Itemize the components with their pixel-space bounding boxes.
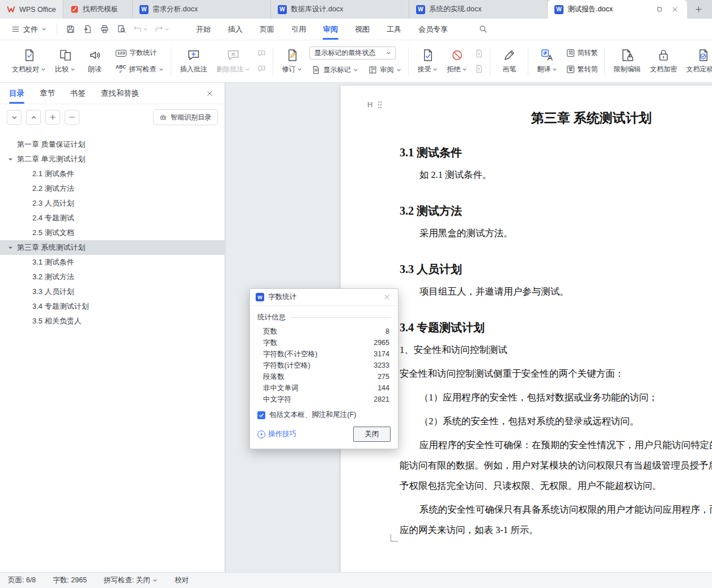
dialog-title-bar[interactable]: 字数统计 [250, 289, 398, 306]
docer-template-tab[interactable]: 找稻壳模板 [63, 0, 133, 19]
stat-row: 段落数275 [257, 371, 391, 382]
tips-link[interactable]: 操作技巧 [257, 429, 296, 439]
track-changes-button[interactable]: 修订 [278, 46, 306, 77]
panel-tab-bookmarks[interactable]: 书签 [70, 83, 86, 104]
chevron-down-icon [245, 67, 250, 72]
chevron-down-icon [41, 27, 46, 32]
simplified-to-traditional-button[interactable]: 简 简转繁 [565, 47, 600, 59]
dialog-close-button[interactable]: 关闭 [353, 427, 391, 442]
traditional-to-simplified-button[interactable]: 繁 繁转简 [565, 63, 600, 75]
panel-tab-chapters[interactable]: 章节 [40, 83, 55, 104]
encrypt-document-button[interactable]: 文档加密 [646, 46, 681, 77]
finalize-document-button[interactable]: 文档定稿 [682, 46, 712, 77]
doc-tab-requirements[interactable]: 需求分析.docx [133, 0, 271, 19]
toc-item[interactable]: 3.5 相关负责人 [0, 314, 224, 329]
tab-list-button[interactable] [710, 4, 712, 15]
tab-label: 系统的实现.docx [429, 5, 481, 14]
previous-change-button[interactable] [472, 48, 485, 59]
toc-item[interactable]: 2.2 测试方法 [0, 181, 224, 196]
close-tab-icon[interactable] [669, 4, 680, 15]
delete-comment-button[interactable]: 删除批注 [212, 46, 254, 77]
zoom-in-outline-button[interactable] [45, 110, 60, 125]
undo-button[interactable] [131, 22, 150, 37]
drag-dots-icon [377, 101, 383, 109]
new-tab-button[interactable] [693, 4, 704, 15]
detach-window-icon[interactable] [654, 4, 665, 15]
search-icon [479, 25, 488, 33]
read-aloud-button[interactable]: 朗读 [80, 46, 109, 77]
doc-tab-database-design[interactable]: 数据库设计.docx [271, 0, 409, 19]
jian-icon: 简 [567, 49, 574, 57]
chevron-down-icon [41, 67, 46, 72]
panel-tab-find-replace[interactable]: 查找和替换 [101, 83, 139, 104]
doc-tab-system-implementation[interactable]: 系统的实现.docx [409, 0, 548, 19]
doc-tab-test-report-active[interactable]: 测试报告.docx [548, 0, 687, 19]
tab-insert[interactable]: 插入 [219, 19, 251, 40]
accept-change-button[interactable]: 接受 [413, 46, 442, 77]
toc-item[interactable]: 2.5 测试文档 [0, 225, 224, 240]
expand-arrow-icon[interactable] [8, 157, 13, 162]
word-count-indicator[interactable]: 字数: 2965 [53, 576, 87, 585]
tab-reference[interactable]: 引用 [283, 19, 315, 40]
tab-home[interactable]: 开始 [188, 19, 219, 40]
export-button[interactable] [80, 22, 95, 37]
toc-item[interactable]: 3.1 测试条件 [0, 255, 224, 270]
doc-proof-button[interactable]: 文档校对 [8, 46, 50, 77]
spell-check-indicator[interactable]: 拼写检查: 关闭 [104, 576, 158, 585]
file-menu-button[interactable]: 文件 [6, 22, 52, 37]
translate-button[interactable]: 翻译 [533, 46, 561, 77]
tab-label: 数据库设计.docx [291, 5, 343, 14]
save-button[interactable] [63, 22, 78, 37]
panel-tab-contents[interactable]: 目录 [9, 83, 24, 104]
smart-toc-button[interactable]: 智能识别目录 [153, 109, 218, 125]
tab-page[interactable]: 页面 [251, 19, 283, 40]
proofread-button[interactable]: 校对 [175, 576, 189, 585]
page-indicator[interactable]: 页面: 6/8 [8, 576, 36, 585]
tab-review[interactable]: 审阅 [315, 19, 346, 40]
paragraph: 采用黑盒的测试方法。 [400, 223, 712, 244]
toc-item[interactable]: 2.4 专题测试 [0, 211, 224, 225]
collapse-all-button[interactable] [7, 110, 22, 125]
toc-item[interactable]: 第二章 单元测试计划 [0, 152, 224, 167]
stat-row: 中文字符2821 [257, 394, 391, 405]
toc-item[interactable]: 第一章 质量保证计划 [0, 137, 224, 152]
expand-all-button[interactable] [26, 110, 41, 125]
restrict-editing-button[interactable]: 限制编辑 [609, 46, 645, 77]
expand-arrow-icon[interactable] [8, 245, 13, 250]
toc-item[interactable]: 3.2 测试方法 [0, 270, 224, 284]
redo-button[interactable] [152, 22, 172, 37]
paragraph: 安全性和访问控制测试侧重于安全性的两个关键方面： [400, 364, 712, 384]
reject-change-button[interactable]: 拒绝 [443, 46, 471, 77]
zoom-out-outline-button[interactable] [65, 110, 79, 125]
toc-item[interactable]: 3.4 专题测试计划 [0, 299, 224, 314]
next-comment-button[interactable] [255, 63, 268, 74]
panel-close-icon[interactable] [204, 88, 215, 99]
show-markup-button[interactable]: 显示标记 [310, 64, 361, 76]
tab-member[interactable]: 会员专享 [410, 19, 456, 40]
print-preview-button[interactable] [114, 22, 129, 37]
tab-view[interactable]: 视图 [346, 19, 378, 40]
heading-drag-handle[interactable] [367, 100, 383, 109]
search-button[interactable] [476, 22, 490, 37]
pen-button[interactable]: 画笔 [495, 46, 523, 77]
paragraph: （1）应用程序的安全性，包括对数据或业务功能的访问； [400, 387, 712, 408]
toc-item[interactable]: 2.3 人员计划 [0, 196, 224, 211]
compare-button[interactable]: 比较 [51, 46, 79, 77]
previous-comment-button[interactable] [255, 48, 268, 59]
print-button[interactable] [97, 22, 112, 37]
toc-item[interactable]: 3.3 人员计划 [0, 284, 224, 299]
word-count-button[interactable]: 123 字数统计 [113, 47, 166, 59]
insert-comment-button[interactable]: 插入批注 [176, 46, 211, 77]
toc-item-selected[interactable]: 第三章 系统测试计划 [0, 240, 224, 255]
tab-tools[interactable]: 工具 [378, 19, 410, 40]
toc-item[interactable]: 2.1 测试条件 [0, 167, 224, 181]
markup-state-select[interactable]: 显示标记的最终状态 [310, 46, 396, 59]
wps-office-tab[interactable]: WPS Office [0, 0, 63, 19]
delete-comment-icon [227, 49, 240, 62]
review-pane-button[interactable]: 审阅 [366, 64, 404, 76]
word-doc-icon [139, 5, 149, 14]
include-textbox-checkbox[interactable]: 包括文本框、脚注和尾注(F) [257, 410, 391, 420]
next-change-button[interactable] [472, 63, 485, 74]
spell-check-button[interactable]: ABC✓ 拼写检查 [113, 63, 166, 75]
dialog-close-icon[interactable] [381, 292, 392, 303]
